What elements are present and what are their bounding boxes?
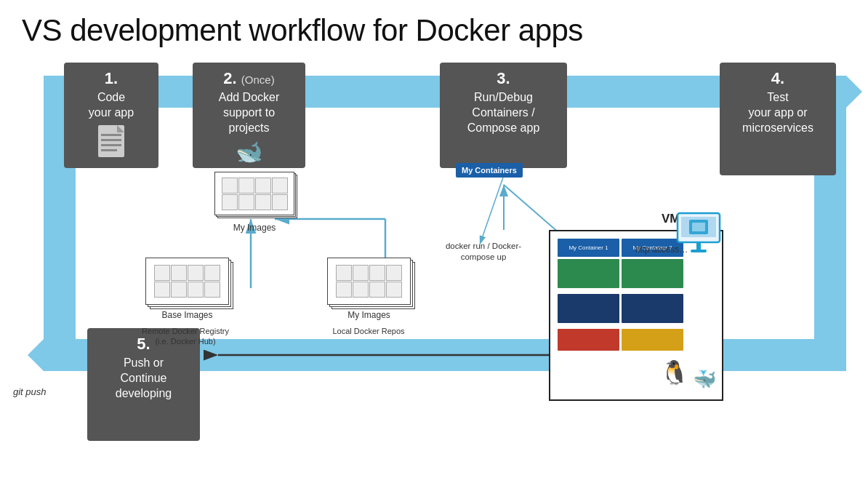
git-push-label: git push (13, 386, 47, 397)
container-red (558, 329, 619, 351)
step1-title: Codeyour app (73, 90, 150, 121)
base-images-label: Base Images (145, 310, 229, 322)
step2-number: 2. (Once) (201, 70, 297, 87)
step1-number: 1. (73, 70, 150, 87)
linux-penguin-icon: 🐧 (660, 359, 689, 386)
container-navy-2 (622, 294, 683, 323)
container1-label: My Container 1 (568, 244, 608, 251)
svg-line-9 (480, 175, 504, 244)
step1-box: 1. Codeyour app (64, 63, 158, 168)
step3-title: Run/DebugContainers /Compose app (449, 90, 558, 135)
docker-vm-icon: 🐳 (693, 368, 716, 391)
step2-title: Add Dockersupport toprojects (201, 90, 297, 135)
step3-number: 3. (449, 70, 558, 87)
svg-rect-13 (692, 223, 705, 231)
step3-box: 3. Run/DebugContainers /Compose app (440, 63, 567, 168)
container-green-1 (558, 259, 619, 288)
vm-monitor-icon (676, 212, 723, 258)
svg-rect-14 (696, 242, 701, 250)
my-container1-header: My Container 1 (558, 239, 619, 257)
step4-number: 4. (728, 70, 827, 87)
diagram-area: 1. Codeyour app 2. (Once) Add Dockersupp… (0, 55, 868, 470)
docker-run-label: docker run / Docker-compose up (429, 241, 538, 263)
step2-box: 2. (Once) Add Dockersupport toprojects 🐋 (193, 63, 305, 168)
local-docker-repos-label: Local Docker Repos (325, 326, 412, 336)
container-yellow (622, 329, 683, 351)
step4-title: Testyour app ormicroservices (728, 90, 827, 135)
remote-registry-label: Remote Docker Registry (i.e. Docker Hub) (134, 326, 236, 347)
container-navy-1 (558, 294, 619, 323)
my-images-bottom-label: My Images (327, 310, 411, 322)
my-images-top-label: My Images (214, 223, 294, 234)
container-green-2 (622, 259, 683, 288)
page-title: VS development workflow for Docker apps (0, 0, 868, 55)
step5-title: Push orContinuedeveloping (96, 356, 191, 401)
step4-box: 4. Testyour app ormicroservices (720, 63, 836, 175)
my-containers-box: My Containers (456, 163, 523, 178)
svg-rect-15 (691, 250, 707, 252)
